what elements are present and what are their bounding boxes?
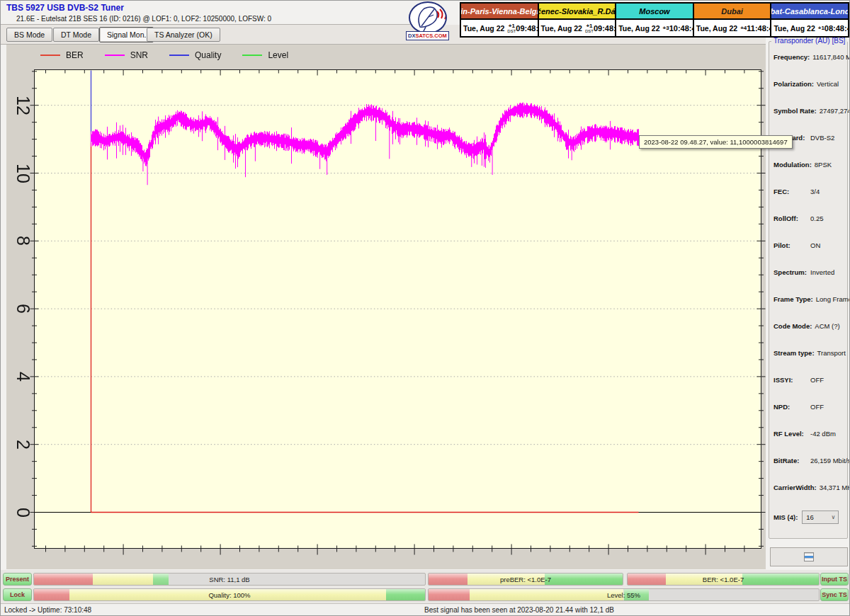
tab-signal-mon[interactable]: Signal Mon. (99, 27, 154, 42)
field-value: ON (810, 241, 820, 249)
transponder-field: CarrierWidth:34,371 MHz (769, 481, 847, 508)
window-title: TBS 5927 USB DVB-S2 Tuner (6, 3, 124, 13)
transponder-field: Code Mode:ACM (?) (769, 319, 847, 346)
snr-bar-label: SNR: 11,1 dB (34, 574, 425, 585)
clock-time-row: Tue, Aug 22 +3 10:48:41 (616, 18, 693, 36)
mis-selected-value: 16 (806, 513, 814, 521)
snr-progress-bar: SNR: 11,1 dB (33, 573, 426, 586)
legend-item-snr: SNR (105, 50, 148, 60)
status-bar: Locked -> Uptime: 73:10:48 Best signal h… (1, 603, 850, 616)
best-signal-status: Best signal has been seen at 2023-08-20 … (424, 606, 614, 614)
field-label: Modulation: (774, 161, 812, 169)
field-label: CarrierWidth: (774, 484, 817, 491)
transponder-field: ISSYI:OFF (769, 373, 847, 400)
field-value: OFF (810, 403, 824, 411)
chevron-down-icon: ∨ (831, 514, 835, 520)
level-bar-label: Level: 55% (429, 589, 819, 600)
dxsatcs-logo: DXSATCS.COM (404, 1, 455, 41)
legend-line-icon (242, 55, 262, 56)
y-axis-tick-label: 2 (8, 429, 39, 460)
tuner-subtitle: 21.6E - Eutelsat 21B SES 16 (ID: 0216) @… (16, 15, 271, 23)
legend-line-icon (40, 55, 60, 56)
chart-value-tooltip: 2023-08-22 09.48.27, value: 11,100000381… (639, 135, 793, 149)
signal-chart-canvas (6, 45, 766, 569)
transponder-field: FEC:3/4 (769, 185, 847, 212)
legend-label: BER (66, 50, 84, 60)
field-label: Polarization: (774, 80, 814, 88)
transponder-field: Symbol Rate:27497,274 KS/s (769, 104, 847, 131)
transponder-field: Modulation:8PSK (769, 158, 847, 185)
indicator-strip: Present Lock Input TS Sync TS SNR: 11,1 … (1, 570, 850, 603)
field-label: Frequency: (774, 53, 810, 61)
clock-panel: Dubai Tue, Aug 22 +4 11:48:41 (693, 2, 772, 38)
y-axis-tick-label: 10 (8, 158, 39, 189)
layout-toggle-button[interactable] (770, 547, 848, 566)
clock-panel: Rabat-Casablanca-London Tue, Aug 22 +1 0… (770, 2, 849, 38)
transponder-field: RF Level:-42 dBm (769, 427, 847, 454)
field-value: -42 dBm (810, 430, 836, 438)
clock-date: Tue, Aug 22 (618, 24, 659, 33)
field-value: DVB-S2 (810, 134, 834, 142)
field-value: Vertical (817, 80, 839, 88)
clock-time-row: Tue, Aug 22 +1DST 09:48:41 (461, 18, 538, 36)
field-value: 8PSK (815, 161, 832, 169)
clock-panel: Berlin-Paris-Vienna-Belgrade Tue, Aug 22… (460, 2, 539, 38)
clock-utc-offset: +1 (818, 25, 824, 31)
legend-label: SNR (130, 50, 148, 60)
transponder-field: Frame Type:Long Frame (769, 292, 847, 319)
clock-date: Tue, Aug 22 (463, 24, 504, 33)
clock-city-label: Dubai (694, 4, 771, 18)
field-label: Stream type: (774, 349, 815, 357)
y-axis-tick-label: 6 (8, 293, 39, 324)
transponder-field: Spectrum:Inverted (769, 266, 847, 292)
transponder-field: BitRate:26,159 Mbit/s (769, 454, 847, 481)
y-axis-tick-label: 0 (8, 497, 39, 528)
field-label: RollOff: (774, 215, 808, 222)
input-ts-indicator: Input TS (820, 573, 849, 586)
transponder-fields: Frequency:11617,840 MHzPolarization:Vert… (769, 50, 847, 508)
field-label: RF Level: (774, 430, 808, 438)
legend-line-icon (169, 55, 189, 56)
field-label: Code Mode: (774, 322, 812, 330)
clock-date: Tue, Aug 22 (696, 24, 737, 33)
level-progress-bar: Level: 55% (428, 588, 820, 601)
mis-dropdown[interactable]: 16 ∨ (802, 511, 839, 524)
ber-progress-bar: BER: <1.0E-7 (627, 573, 820, 586)
clock-time: 08:48:41 (824, 24, 850, 33)
field-value: OFF (810, 376, 824, 384)
field-label: ISSYI: (774, 376, 808, 384)
field-label: Pilot: (774, 241, 808, 249)
clock-date: Tue, Aug 22 (541, 24, 582, 33)
field-value: 27497,274 KS/s (820, 107, 850, 115)
legend-label: Level (268, 50, 288, 60)
transponder-panel-title: Transponder (AU) [BS] (771, 37, 847, 45)
field-value: ACM (?) (815, 322, 839, 330)
signal-chart-area: BERSNRQualityLevel 2023-08-22 09.48.27, … (6, 45, 766, 569)
clock-city-label: Rabat-Casablanca-London (771, 4, 848, 18)
transponder-field: Polarization:Vertical (769, 77, 847, 104)
transponder-field: Stream type:Transport (769, 346, 847, 373)
list-rows-icon (804, 552, 814, 561)
lock-indicator: Lock (3, 588, 32, 601)
clock-panel: Moscow Tue, Aug 22 +3 10:48:41 (615, 2, 694, 38)
mis-label: MIS (4): (774, 513, 798, 521)
clock-utc-offset: +1DST (507, 23, 516, 33)
field-value: 3/4 (810, 188, 820, 195)
legend-line-icon (105, 55, 125, 56)
transponder-field: RollOff:0.25 (769, 212, 847, 239)
tuner-window: TBS 5927 USB DVB-S2 Tuner 21.6E - Eutels… (0, 0, 850, 616)
field-label: BitRate: (774, 457, 808, 464)
field-value: Transport (817, 349, 846, 357)
sync-ts-indicator: Sync TS (820, 588, 849, 601)
field-value: Inverted (810, 268, 834, 276)
y-axis-tick-label: 4 (8, 361, 39, 392)
clock-time-row: Tue, Aug 22 +1DST 09:48:41 (539, 18, 616, 36)
field-label: Symbol Rate: (774, 107, 817, 115)
tab-bs-mode[interactable]: BS Mode (6, 28, 52, 42)
tab-dt-mode[interactable]: DT Mode (53, 28, 99, 42)
field-value: 26,159 Mbit/s (810, 457, 850, 464)
mis-row: MIS (4): 16 ∨ (774, 511, 847, 524)
world-clocks: Berlin-Paris-Vienna-Belgrade Tue, Aug 22… (460, 2, 849, 38)
tab-ts-analyzer-ok[interactable]: TS Analyzer (OK) (147, 28, 220, 42)
field-label: Frame Type: (774, 295, 813, 303)
